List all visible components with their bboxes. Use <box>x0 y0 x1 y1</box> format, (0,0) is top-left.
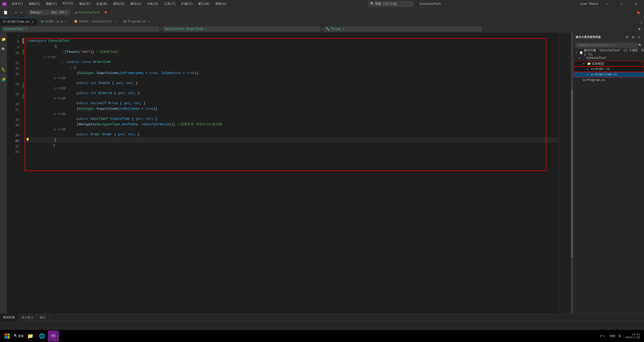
search-icon[interactable]: 🔍 <box>0 45 7 54</box>
stop-btn[interactable]: ⏹ <box>103 10 109 15</box>
nuget-icon: 📦 <box>74 20 78 24</box>
tree-program-cs[interactable]: C# Program.cs <box>574 77 644 83</box>
code-content-area[interactable]: ⊟ namespace ConsoleTest { [Tenant("db2")… <box>24 33 558 314</box>
sidebar-search-input[interactable] <box>576 43 637 48</box>
address-bar: ConsoleTest ▾ › ConsoleTest.OrderItem ▾ … <box>0 26 644 33</box>
run-btn[interactable]: ▶ ConsoleTest <box>74 10 102 15</box>
redo-btn[interactable]: ↪ <box>19 10 24 15</box>
global-search[interactable]: 🔍 搜索 (Ctrl+Q) <box>368 1 413 7</box>
line-num-13b <box>7 77 19 81</box>
sidebar-sync-btn[interactable]: ⟳ <box>624 34 630 40</box>
tree-folder-entity[interactable]: ▶ 📁 实体模型 <box>574 61 644 66</box>
expand-order-icon[interactable]: ▶ <box>587 68 590 71</box>
semi-16a: ; <box>130 101 132 106</box>
scrollbar-thumb[interactable] <box>571 89 573 258</box>
debug-icon[interactable]: 🐛 <box>0 65 7 74</box>
menu-file[interactable]: 文件(F) <box>9 1 26 7</box>
sidebar-close-btn[interactable]: ✕ <box>636 34 642 40</box>
minimize-button[interactable]: — <box>601 0 613 8</box>
expand-orderitem-icon[interactable]: ▶ <box>587 73 590 76</box>
close-tab-nuget[interactable]: ✕ <box>114 20 117 23</box>
taskbar-edge[interactable]: 🌐 <box>36 330 47 341</box>
comment-navigate: //设置关系 对应Order表主键 <box>177 122 222 127</box>
maximize-button[interactable]: □ <box>616 0 627 8</box>
minimap[interactable] <box>558 33 574 314</box>
expand-project-icon[interactable]: ▶ <box>579 57 582 60</box>
taskbar-explorer[interactable]: 📁 <box>25 330 36 341</box>
platform-dropdown[interactable]: Any CPU ▾ <box>50 10 70 15</box>
code-line-12: { <box>24 65 558 70</box>
class-selector[interactable]: ConsoleTest.OrderItem ▾ <box>163 27 320 31</box>
svg-text:VS: VS <box>3 3 6 6</box>
member-selector[interactable]: 🔧 Price ▾ <box>324 27 481 31</box>
menu-build[interactable]: 生成(B) <box>94 1 110 7</box>
system-clock[interactable]: 14:31 2023/1/26 <box>623 333 642 339</box>
code-editor[interactable]: 7 8 9 10 11 12 13 14 15 16 17 18 19 20 <box>7 33 574 314</box>
menu-window[interactable]: 窗口(W) <box>196 1 212 7</box>
menu-extend[interactable]: 扩展(X) <box>179 1 195 7</box>
toolbar: 📄 ↩ ↪ Debug ▾ Any CPU ▾ ▶ ConsoleTest ⏹ … <box>0 8 644 17</box>
new-project-btn[interactable]: 📄 <box>2 10 9 15</box>
tab-nuget[interactable]: 📦 NuGet: ConsoleTest ✕ <box>71 18 120 25</box>
menu-test[interactable]: 测试(S) <box>128 1 144 7</box>
menu-edit[interactable]: 编辑(E) <box>26 1 43 7</box>
taskbar-search[interactable]: 🔍 搜索 <box>13 330 24 341</box>
explorer-icon[interactable]: 📁 <box>0 35 7 44</box>
comment-db2: //实体标为db2 <box>96 49 119 55</box>
bottom-tab-errors[interactable]: 错误列表 <box>0 314 18 321</box>
close-tab-orderitem[interactable]: ✕ <box>31 20 34 24</box>
menu-git[interactable]: Git(G) <box>60 1 76 7</box>
close-tab-program[interactable]: ✕ <box>148 20 151 23</box>
tab-orderitem[interactable]: C# OrderItem.cs ✕ <box>0 18 38 25</box>
brace-18b: } <box>155 116 157 122</box>
prop-createtime: CreateTime <box>110 116 130 122</box>
semi-15b: ; <box>134 91 136 96</box>
tray-weather[interactable]: 9°C 晴朗 <box>599 334 616 338</box>
add-tab-btn[interactable]: + <box>639 21 644 25</box>
tree-solution[interactable]: ▶ 📋 解决方案 'ConsoleTest' (1 个项目，共 1 个) <box>574 50 644 55</box>
cs-file-icon-3: C# <box>123 20 126 23</box>
sidebar-filter-btn[interactable]: ⚙ <box>630 34 636 40</box>
search-btn-icon[interactable]: 🔍 <box>638 44 642 47</box>
extensions-icon[interactable]: 🧩 <box>0 75 7 84</box>
tray-language[interactable]: 英 <box>617 334 622 338</box>
kw-set-20: set <box>128 132 134 137</box>
code-line-16: public decimal? Price { get; set; } <box>24 101 558 106</box>
expand-entity-icon[interactable]: ▶ <box>583 62 586 65</box>
close-button[interactable]: ✕ <box>630 0 642 8</box>
bottom-tab-cmd[interactable]: 命令窗口 <box>18 314 37 321</box>
play-icon: ▶ <box>76 11 78 15</box>
menu-help[interactable]: 帮助(H) <box>213 1 229 7</box>
taskbar-vs[interactable]: VS <box>48 330 59 341</box>
kw-true-2: true <box>187 70 195 76</box>
menu-project[interactable]: 项目(P) <box>77 1 93 7</box>
tree-order-cs[interactable]: ▶ C# Order.cs <box>574 66 644 72</box>
separator-4 <box>111 10 111 15</box>
bookmark-btn[interactable]: 🔖 <box>635 10 642 15</box>
menu-analyze[interactable]: 分析(N) <box>145 1 161 7</box>
debug-config-dropdown[interactable]: Debug ▾ <box>29 10 49 15</box>
tab-program[interactable]: C# Program.cs ✕ <box>120 18 154 25</box>
tree-orderitem-cs[interactable]: ▶ C# OrderItem.cs <box>574 72 644 77</box>
live-share-btn[interactable]: Live Share <box>580 2 598 6</box>
expand-solution-icon[interactable]: ▶ <box>576 51 578 54</box>
tab-label-orderitem: OrderItem.cs <box>8 20 29 24</box>
undo-btn[interactable]: ↩ <box>13 10 18 15</box>
start-button[interactable] <box>2 331 12 341</box>
change-indicator-10 <box>23 49 23 55</box>
split-editor-btn[interactable]: ⊞ <box>637 27 642 32</box>
close-tab-order[interactable]: ✕ <box>64 20 68 23</box>
kw-int-14: int <box>90 80 96 86</box>
menu-debug[interactable]: 调试(D) <box>111 1 127 7</box>
kw-get-20: get <box>118 132 124 137</box>
tab-order[interactable]: C# Order.cs ● ✕ <box>38 18 71 25</box>
weather-temp: 9°C <box>600 335 605 338</box>
git-icon[interactable]: ⑂ <box>0 55 7 64</box>
attr-19-open: [ <box>77 122 79 127</box>
member-value: Price <box>331 27 340 31</box>
menu-view[interactable]: 视图(V) <box>43 1 60 7</box>
namespace-selector[interactable]: ConsoleTest ▾ <box>2 27 159 31</box>
search-icon: 🔍 <box>370 2 374 6</box>
menu-tools[interactable]: 工具(T) <box>162 1 178 7</box>
bottom-tab-output[interactable]: 输出 <box>37 314 49 321</box>
